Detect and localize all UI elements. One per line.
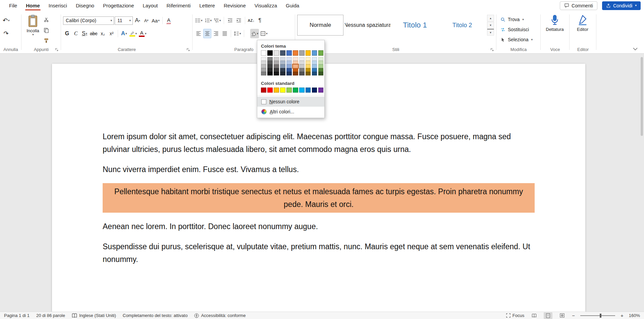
menu-tab-layout[interactable]: Layout (139, 0, 162, 11)
decrease-indent-button[interactable] (226, 16, 234, 25)
vertical-scrollbar[interactable] (640, 55, 644, 310)
color-swatch[interactable] (261, 88, 266, 93)
cut-button[interactable] (42, 15, 50, 24)
color-swatch[interactable] (286, 57, 292, 61)
style-h2[interactable]: Titolo 2 (439, 15, 485, 36)
color-swatch[interactable] (312, 57, 317, 61)
multilevel-list-button[interactable]: ▾ (213, 16, 222, 25)
color-swatch[interactable] (274, 61, 279, 64)
color-swatch[interactable] (261, 64, 266, 68)
color-swatch[interactable] (286, 68, 292, 72)
color-swatch[interactable] (261, 50, 266, 56)
color-swatch[interactable] (286, 50, 292, 56)
color-swatch[interactable] (318, 61, 324, 64)
redo-button[interactable]: ↷ (2, 29, 10, 38)
color-swatch[interactable] (280, 64, 285, 68)
color-swatch[interactable] (299, 72, 305, 75)
zoom-in-button[interactable]: + (621, 313, 624, 318)
color-swatch[interactable] (274, 72, 279, 75)
clear-formatting-button[interactable]: A (165, 16, 173, 25)
gallery-expand-button[interactable]: ▾ (487, 29, 494, 36)
color-swatch[interactable] (293, 64, 298, 68)
menu-tab-guida[interactable]: Guida (281, 0, 304, 11)
color-swatch[interactable] (318, 50, 324, 56)
dialog-launcher-icon[interactable] (490, 48, 494, 52)
bold-button[interactable]: G (63, 29, 71, 38)
color-swatch[interactable] (280, 50, 285, 56)
web-layout-button[interactable] (558, 312, 567, 319)
dialog-launcher-icon[interactable] (186, 48, 190, 52)
align-center-button[interactable] (203, 29, 211, 38)
change-case-button[interactable]: Aa▾ (151, 16, 160, 25)
style-normal[interactable]: Normale (297, 15, 343, 36)
paragraph[interactable]: Pellentesque habitant morbi tristique se… (103, 183, 535, 213)
highlight-color-button[interactable]: ▾ (129, 29, 138, 38)
dialog-launcher-icon[interactable] (55, 48, 59, 52)
color-swatch[interactable] (261, 57, 266, 61)
borders-button[interactable]: ▾ (260, 29, 268, 38)
justify-button[interactable] (221, 29, 229, 38)
color-swatch[interactable] (274, 50, 279, 56)
color-swatch[interactable] (318, 57, 324, 61)
color-swatch[interactable] (318, 72, 324, 75)
color-swatch[interactable] (306, 68, 311, 72)
color-swatch[interactable] (267, 61, 273, 64)
sort-button[interactable]: AZ↓ (247, 16, 255, 25)
page-indicator[interactable]: Pagina 1 di 1 (4, 313, 30, 318)
menu-tab-lettere[interactable]: Lettere (195, 0, 219, 11)
color-swatch[interactable] (312, 68, 317, 72)
dictate-button[interactable]: Dettatura (543, 14, 567, 32)
style-h1[interactable]: Titolo 1 (392, 15, 438, 36)
color-swatch[interactable] (267, 72, 273, 75)
menu-tab-visualizza[interactable]: Visualizza (250, 0, 281, 11)
color-swatch[interactable] (280, 72, 285, 75)
shrink-font-button[interactable]: A▾ (142, 16, 150, 25)
shading-button[interactable]: ▾ (250, 29, 259, 38)
paste-button[interactable]: Incolla ▾ (23, 14, 42, 45)
menu-tab-home[interactable]: Home (21, 0, 44, 11)
color-swatch[interactable] (274, 68, 279, 72)
color-swatch[interactable] (299, 64, 305, 68)
focus-toggle[interactable]: Focus (506, 313, 524, 318)
color-swatch[interactable] (286, 61, 292, 64)
read-mode-button[interactable] (530, 312, 538, 319)
menu-tab-progettazione[interactable]: Progettazione (99, 0, 139, 11)
zoom-slider-thumb[interactable] (600, 314, 601, 318)
proofing-status[interactable]: Inglese (Stati Uniti) (72, 313, 116, 318)
color-swatch[interactable] (306, 61, 311, 64)
color-swatch[interactable] (293, 88, 298, 93)
align-left-button[interactable] (195, 29, 203, 38)
color-swatch[interactable] (312, 88, 317, 93)
color-swatch[interactable] (299, 57, 305, 61)
color-swatch[interactable] (306, 88, 311, 93)
color-swatch[interactable] (299, 68, 305, 72)
scrollbar-thumb[interactable] (641, 57, 643, 136)
gallery-scroll-up-button[interactable]: ▴ (487, 15, 494, 21)
color-swatch[interactable] (299, 88, 305, 93)
superscript-button[interactable]: x² (108, 29, 116, 38)
color-swatch[interactable] (280, 57, 285, 61)
select-button[interactable]: Seleziona ▾ (498, 35, 539, 44)
copy-button[interactable] (42, 25, 50, 35)
zoom-out-button[interactable]: − (572, 313, 575, 318)
paragraph[interactable]: Lorem ipsum dolor sit amet, consectetuer… (103, 130, 535, 156)
color-swatch[interactable] (286, 72, 292, 75)
menu-tab-inserisci[interactable]: Inserisci (44, 0, 71, 11)
color-swatch[interactable] (312, 64, 317, 68)
align-right-button[interactable] (212, 29, 220, 38)
color-swatch[interactable] (286, 88, 292, 93)
color-swatch[interactable] (280, 88, 285, 93)
paragraph[interactable]: Suspendisse dui purus, scelerisque at, v… (103, 240, 535, 266)
menu-tab-disegno[interactable]: Disegno (71, 0, 99, 11)
color-swatch[interactable] (274, 57, 279, 61)
print-layout-button[interactable] (544, 312, 552, 319)
color-swatch[interactable] (318, 68, 324, 72)
color-swatch[interactable] (267, 57, 273, 61)
increase-indent-button[interactable] (235, 16, 243, 25)
color-swatch[interactable] (267, 88, 273, 93)
menu-tab-file[interactable]: File (5, 0, 21, 11)
line-spacing-button[interactable]: ▾ (233, 29, 242, 38)
color-swatch[interactable] (286, 64, 292, 68)
color-swatch[interactable] (293, 50, 298, 56)
color-swatch[interactable] (267, 64, 273, 68)
